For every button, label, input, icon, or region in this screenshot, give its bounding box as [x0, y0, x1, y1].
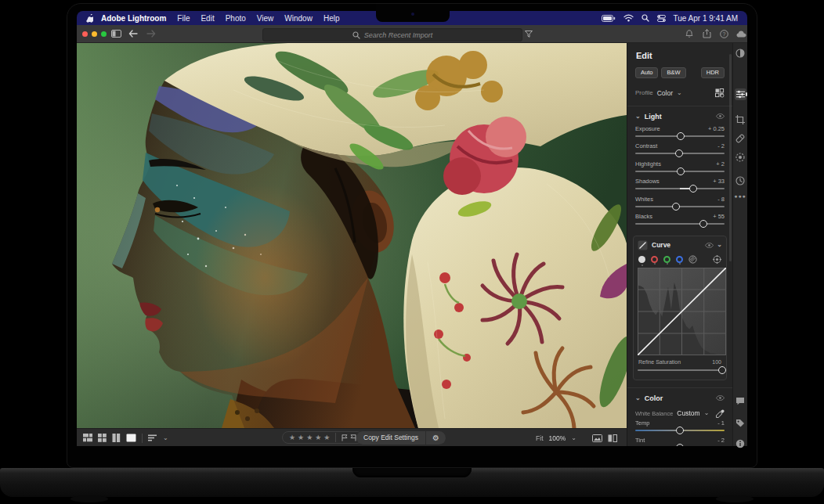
copy-edit-settings-button[interactable]: Copy Edit Settings	[356, 431, 426, 445]
color-visibility-eye-icon[interactable]	[716, 395, 725, 401]
refine-saturation-slider[interactable]: Refine Saturation 100	[638, 359, 722, 375]
help-icon[interactable]: ?	[720, 30, 728, 38]
gear-icon[interactable]: ⚙	[426, 431, 446, 445]
filter-icon[interactable]	[525, 31, 533, 38]
healing-tool-icon[interactable]	[735, 134, 745, 143]
light-section-chevron-icon[interactable]: ⌄	[635, 113, 641, 120]
curve-section-title[interactable]: Curve	[652, 241, 670, 249]
eyedropper-icon[interactable]	[716, 409, 725, 418]
channel-green-button[interactable]	[663, 256, 670, 263]
slider-knob[interactable]	[699, 220, 707, 228]
slider-knob[interactable]	[676, 444, 684, 446]
bw-button[interactable]: B&W	[661, 67, 685, 78]
cloud-sync-icon[interactable]	[736, 31, 746, 38]
forward-arrow-icon[interactable]	[146, 30, 156, 38]
highlights-slider[interactable]: Highlights + 2	[635, 159, 725, 177]
shadows-slider[interactable]: Shadows + 33	[635, 176, 725, 194]
slider-knob[interactable]	[675, 149, 683, 157]
star-icon[interactable]: ★	[323, 434, 330, 441]
channel-blue-button[interactable]	[676, 256, 683, 263]
star-icon[interactable]: ★	[306, 434, 313, 441]
color-section-title[interactable]: Color	[645, 394, 663, 402]
slider-knob[interactable]	[677, 167, 685, 175]
blacks-slider[interactable]: Blacks + 55	[635, 211, 725, 229]
slider-track[interactable]	[635, 206, 725, 207]
detail-view-icon[interactable]	[126, 434, 136, 442]
compare-view-icon[interactable]	[112, 434, 121, 442]
tone-curve-histogram[interactable]	[638, 268, 722, 355]
photo-canvas[interactable]	[77, 43, 627, 428]
menu-help[interactable]: Help	[323, 14, 340, 23]
contrast-slider[interactable]: Contrast - 2	[635, 141, 725, 159]
star-icon[interactable]: ★	[315, 434, 321, 441]
profile-value[interactable]: Color	[657, 89, 673, 97]
zoom-button[interactable]	[101, 31, 107, 37]
slider-track[interactable]	[635, 171, 725, 172]
slider-track[interactable]	[635, 153, 725, 154]
photo-grid-view-icon[interactable]	[83, 434, 92, 442]
versions-history-icon[interactable]	[735, 176, 745, 185]
menu-view[interactable]: View	[257, 14, 274, 23]
battery-icon[interactable]	[602, 15, 616, 22]
profile-browser-icon[interactable]	[715, 88, 725, 98]
wifi-icon[interactable]	[623, 14, 634, 22]
sort-icon[interactable]	[148, 434, 157, 441]
auto-button[interactable]: Auto	[635, 67, 658, 78]
exposure-slider[interactable]: Exposure + 0.25	[635, 124, 725, 142]
sidebar-toggle-icon[interactable]	[111, 30, 121, 38]
pick-flag-icon[interactable]	[342, 434, 348, 441]
menu-photo[interactable]: Photo	[226, 14, 246, 23]
back-arrow-icon[interactable]	[128, 30, 138, 38]
white-balance-chevron-icon[interactable]: ⌄	[704, 410, 710, 416]
slider-knob[interactable]	[689, 185, 697, 193]
star-icon[interactable]: ★	[289, 434, 295, 441]
fit-label[interactable]: Fit	[536, 434, 543, 442]
menu-edit[interactable]: Edit	[201, 14, 214, 23]
control-center-icon[interactable]	[657, 15, 666, 22]
zoom-chevron-icon[interactable]: ⌄	[571, 435, 576, 441]
slider-knob[interactable]	[676, 427, 684, 434]
slider-knob[interactable]	[677, 132, 685, 140]
slider-track[interactable]	[635, 430, 725, 431]
show-original-icon[interactable]	[592, 434, 602, 442]
share-icon[interactable]	[703, 29, 711, 38]
more-tools-icon[interactable]: ●●●	[734, 193, 746, 199]
edit-tool-selected[interactable]	[735, 88, 746, 100]
temp-slider[interactable]: Temp - 1	[635, 418, 725, 436]
keywords-tag-icon[interactable]	[735, 419, 745, 428]
menu-app-name[interactable]: Adobe Lightroom	[101, 14, 166, 23]
masking-tool-icon[interactable]	[735, 153, 745, 162]
color-section-chevron-icon[interactable]: ⌄	[635, 395, 641, 401]
menu-clock[interactable]: Tue Apr 1 9:41 AM	[674, 14, 738, 23]
slider-track[interactable]	[638, 369, 722, 371]
slider-track[interactable]	[635, 223, 725, 225]
white-balance-value[interactable]: Custom	[677, 409, 699, 417]
info-icon[interactable]	[735, 439, 745, 448]
search-input[interactable]: Search Recent Import	[262, 28, 522, 41]
tint-slider[interactable]: Tint - 2	[635, 435, 725, 446]
slider-knob[interactable]	[718, 366, 726, 374]
channel-red-button[interactable]	[651, 256, 658, 263]
slider-track[interactable]	[635, 135, 725, 137]
slider-knob[interactable]	[672, 203, 680, 211]
close-button[interactable]	[82, 31, 88, 37]
apple-menu-icon[interactable]	[86, 14, 93, 23]
minimize-button[interactable]	[92, 31, 97, 37]
sort-chevron-icon[interactable]: ⌄	[163, 435, 168, 441]
whites-slider[interactable]: Whites - 8	[635, 194, 725, 212]
square-grid-view-icon[interactable]	[98, 434, 107, 442]
curve-visibility-eye-icon[interactable]	[705, 243, 714, 248]
zoom-level-value[interactable]: 100%	[549, 434, 566, 442]
profile-chevron-icon[interactable]: ⌄	[677, 90, 682, 96]
star-icon[interactable]: ★	[298, 434, 304, 441]
comments-icon[interactable]	[735, 397, 745, 405]
slider-track[interactable]	[635, 188, 725, 189]
spotlight-search-icon[interactable]	[641, 14, 649, 22]
before-after-view-icon[interactable]	[608, 434, 617, 442]
menu-file[interactable]: File	[177, 14, 190, 23]
curve-chevron-icon[interactable]: ⌄	[717, 242, 722, 248]
panel-scrollbar[interactable]	[729, 54, 732, 261]
menu-window[interactable]: Window	[284, 14, 313, 23]
curve-reset-icon[interactable]	[713, 255, 721, 264]
crop-tool-icon[interactable]	[735, 115, 745, 124]
